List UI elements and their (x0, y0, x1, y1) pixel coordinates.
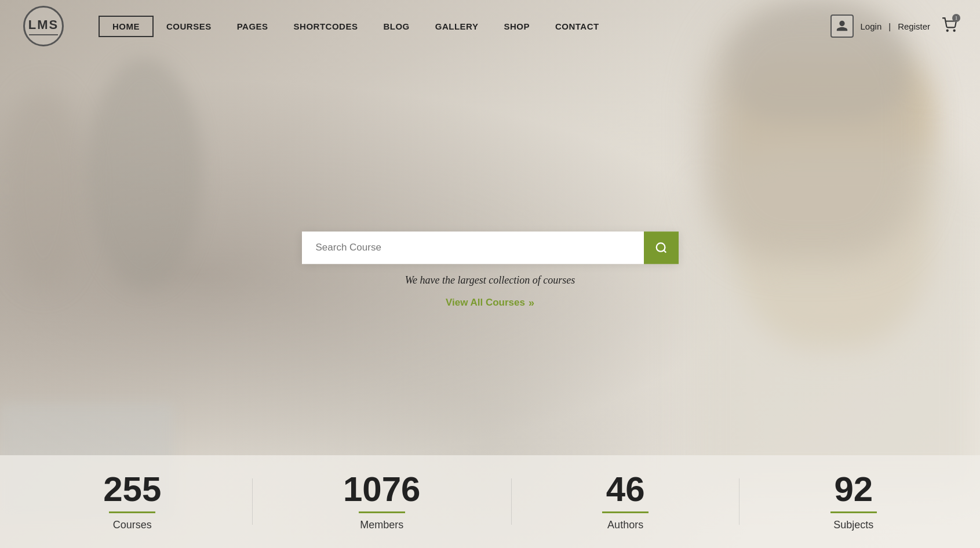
search-button[interactable] (644, 231, 679, 264)
stat-subjects-number: 92 (834, 472, 873, 507)
view-all-chevron: » (529, 297, 534, 309)
view-all-courses-link[interactable]: View All Courses » (446, 297, 534, 309)
stat-courses-label: Courses (113, 519, 152, 531)
nav-item-gallery[interactable]: GALLERY (422, 17, 491, 36)
nav-item-shortcodes[interactable]: SHORTCODES (281, 17, 371, 36)
stat-subjects-underline (830, 511, 877, 513)
nav-separator: | (888, 21, 891, 31)
stat-divider-3 (739, 478, 739, 525)
stat-courses-number: 255 (103, 472, 161, 507)
register-link[interactable]: Register (898, 21, 930, 31)
stat-divider-1 (252, 478, 253, 525)
stat-authors-underline (602, 511, 649, 513)
nav-item-contact[interactable]: CONTACT (542, 17, 612, 36)
stats-bar: 255 Courses 1076 Members 46 Authors 92 S… (0, 455, 980, 548)
stat-authors-label: Authors (607, 519, 643, 531)
hero-subtitle: We have the largest collection of course… (405, 274, 575, 286)
view-all-label: View All Courses (446, 297, 525, 309)
stat-authors-number: 46 (606, 472, 645, 507)
search-bar (302, 231, 679, 264)
nav-links: HOME COURSES PAGES SHORTCODES BLOG GALLE… (99, 16, 830, 37)
svg-point-0 (947, 30, 948, 31)
stat-subjects-label: Subjects (833, 519, 873, 531)
stat-authors: 46 Authors (602, 472, 649, 531)
stat-divider-2 (511, 478, 512, 525)
svg-point-2 (656, 243, 665, 252)
nav-item-pages[interactable]: PAGES (224, 17, 281, 36)
bg-person-left-2 (0, 87, 87, 290)
nav-right: Login | Register 1 (830, 14, 957, 38)
bg-person-left-1 (87, 58, 203, 290)
cart-button[interactable]: 1 (942, 17, 957, 35)
stat-subjects: 92 Subjects (830, 472, 877, 531)
svg-line-3 (664, 250, 666, 252)
search-input[interactable] (302, 231, 644, 264)
hero-center-content: We have the largest collection of course… (302, 231, 679, 309)
search-icon (655, 241, 668, 254)
stat-members: 1076 Members (343, 472, 420, 531)
navbar: LMS HOME COURSES PAGES SHORTCODES BLOG G… (0, 0, 980, 52)
nav-item-courses[interactable]: COURSES (154, 17, 224, 36)
login-link[interactable]: Login (861, 21, 882, 31)
logo[interactable]: LMS (23, 6, 64, 46)
stat-courses: 255 Courses (103, 472, 161, 531)
svg-point-1 (954, 30, 955, 31)
stat-courses-underline (109, 511, 155, 513)
logo-text: LMS (28, 17, 59, 32)
user-icon-button[interactable] (830, 14, 854, 38)
logo-underline (29, 34, 58, 35)
hero-section: LMS HOME COURSES PAGES SHORTCODES BLOG G… (0, 0, 980, 548)
nav-item-home[interactable]: HOME (99, 16, 154, 37)
nav-item-shop[interactable]: SHOP (491, 17, 542, 36)
cart-badge: 1 (952, 14, 960, 22)
stat-members-underline (359, 511, 405, 513)
nav-item-blog[interactable]: BLOG (370, 17, 422, 36)
user-icon (836, 20, 848, 32)
stat-members-label: Members (360, 519, 403, 531)
stat-members-number: 1076 (343, 472, 420, 507)
